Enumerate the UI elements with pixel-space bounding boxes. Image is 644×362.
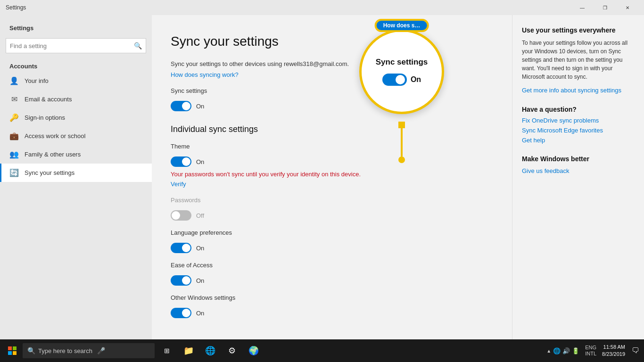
sidebar-label-email-accounts: Email & accounts xyxy=(25,96,72,103)
language-indicator: ENGINTL xyxy=(585,345,596,357)
password-warning: Your passwords won't sync until you veri… xyxy=(171,171,493,178)
app-title: Settings xyxy=(0,15,152,35)
battery-icon: 🔋 xyxy=(572,347,579,354)
right-section1-text: To have your settings follow you across … xyxy=(522,39,635,81)
settings-icon[interactable]: ⚙ xyxy=(222,339,242,362)
svg-rect-2 xyxy=(13,346,17,350)
other-label: Other Windows settings xyxy=(171,294,493,301)
sidebar-label-family-users: Family & other users xyxy=(25,151,81,158)
feedback-link[interactable]: Give us feedback xyxy=(522,167,569,174)
other-state: On xyxy=(196,310,204,317)
tooltip-toggle[interactable] xyxy=(382,74,407,86)
theme-toggle[interactable] xyxy=(171,156,191,167)
chrome-icon[interactable]: 🌐 xyxy=(200,339,221,362)
ease-toggle[interactable] xyxy=(171,275,191,286)
passwords-label: Passwords xyxy=(171,197,493,204)
sidebar-item-access-work[interactable]: 💼 Access work or school xyxy=(0,127,152,145)
taskbar-clock[interactable]: 11:58 AM 8/23/2019 xyxy=(598,344,629,358)
group-icon: 👥 xyxy=(9,150,19,159)
svg-rect-4 xyxy=(13,351,17,355)
other-row: On xyxy=(171,308,493,318)
sidebar-item-sign-in-options[interactable]: 🔑 Sign-in options xyxy=(0,108,152,127)
main-content: How does s… Sync settings On Sync your s… xyxy=(152,15,512,339)
taskbar-date-text: 8/23/2019 xyxy=(602,351,625,358)
right-section3-title: Make Windows better xyxy=(522,155,635,163)
sync-edge-link[interactable]: Sync Microsoft Edge favorites xyxy=(522,127,635,134)
tooltip-on-text: On xyxy=(411,75,421,84)
language-label: Language preferences xyxy=(171,229,493,236)
taskbar-pinned-icons: ⊞ 📁 🌐 ⚙ 🌍 xyxy=(157,339,264,362)
get-help-link[interactable]: Get help xyxy=(522,137,635,144)
tooltip-title: Sync settings xyxy=(376,58,428,67)
volume-icon[interactable]: 🔊 xyxy=(562,347,570,354)
ease-row: On xyxy=(171,275,493,286)
restore-button[interactable]: ❒ xyxy=(594,0,616,15)
sync-settings-toggle[interactable] xyxy=(171,101,191,111)
email-icon: ✉ xyxy=(9,95,19,104)
microphone-icon[interactable]: 🎤 xyxy=(97,347,105,354)
taskbar: 🔍 Type here to search 🎤 ⊞ 📁 🌐 ⚙ 🌍 ▲ 🌐 🔊 … xyxy=(0,339,644,362)
task-view-button[interactable]: ⊞ xyxy=(157,339,177,362)
titlebar: Settings — ❒ ✕ xyxy=(0,0,644,15)
systray: ▲ 🌐 🔊 🔋 xyxy=(543,347,583,354)
fix-onedrive-link[interactable]: Fix OneDrive sync problems xyxy=(522,117,635,124)
right-panel: Use your settings everywhere To have you… xyxy=(512,15,644,339)
sidebar-item-family-users[interactable]: 👥 Family & other users xyxy=(0,145,152,164)
sidebar-label-access-work: Access work or school xyxy=(25,132,85,140)
individual-sync-heading: Individual sync settings xyxy=(171,124,493,134)
right-section2-title: Have a question? xyxy=(522,106,635,113)
other-toggle[interactable] xyxy=(171,308,191,318)
edge-icon[interactable]: 🌍 xyxy=(243,339,264,362)
ease-state: On xyxy=(196,277,204,284)
taskbar-time-text: 11:58 AM xyxy=(603,344,625,351)
titlebar-title: Settings xyxy=(6,4,26,11)
sidebar-section-label: Accounts xyxy=(0,59,152,72)
taskbar-search-box[interactable]: 🔍 Type here to search 🎤 xyxy=(23,343,155,358)
close-button[interactable]: ✕ xyxy=(617,0,638,15)
search-box[interactable]: 🔍 xyxy=(6,38,146,53)
sync-settings-state: On xyxy=(196,103,204,110)
right-section1-title: Use your settings everywhere xyxy=(522,26,635,34)
app-container: Settings 🔍 Accounts 👤 Your info ✉ Email … xyxy=(0,15,644,339)
sidebar-label-sync-settings: Sync your settings xyxy=(25,169,74,176)
verify-link[interactable]: Verify xyxy=(171,181,186,188)
sidebar-item-your-info[interactable]: 👤 Your info xyxy=(0,72,152,90)
passwords-toggle[interactable] xyxy=(171,210,191,221)
minimize-button[interactable]: — xyxy=(571,0,593,15)
sidebar-item-sync-settings[interactable]: 🔄 Sync your settings xyxy=(0,164,152,182)
how-does-syncing-link[interactable]: How does syncing work? xyxy=(171,71,239,78)
language-row: On xyxy=(171,243,493,253)
start-button[interactable] xyxy=(2,339,23,362)
language-toggle[interactable] xyxy=(171,243,191,253)
titlebar-controls: — ❒ ✕ xyxy=(571,0,638,15)
sync-settings-label: Sync settings xyxy=(171,87,493,94)
passwords-state: Off xyxy=(196,212,204,219)
sidebar-item-email-accounts[interactable]: ✉ Email & accounts xyxy=(0,90,152,108)
sidebar-label-your-info: Your info xyxy=(25,77,49,84)
systray-chevron-icon[interactable]: ▲ xyxy=(546,348,551,354)
tooltip-overlay: How does s… Sync settings On xyxy=(359,29,444,114)
search-input[interactable] xyxy=(10,42,134,49)
page-title: Sync your settings xyxy=(171,34,493,49)
briefcase-icon: 💼 xyxy=(9,132,19,140)
file-explorer-icon[interactable]: 📁 xyxy=(178,339,199,362)
passwords-row: Off xyxy=(171,210,493,221)
theme-row: On xyxy=(171,156,493,167)
tooltip-top-label: How does s… xyxy=(383,22,421,29)
tooltip-bubble: Sync settings On xyxy=(359,29,444,114)
sidebar: Settings 🔍 Accounts 👤 Your info ✉ Email … xyxy=(0,15,152,339)
notification-icon[interactable]: 🗨 xyxy=(629,346,642,355)
theme-label: Theme xyxy=(171,143,493,150)
svg-rect-1 xyxy=(8,346,12,350)
taskbar-search-icon: 🔍 xyxy=(27,347,35,354)
svg-rect-3 xyxy=(8,351,12,355)
more-info-link[interactable]: Get more info about syncing settings xyxy=(522,87,621,94)
person-icon: 👤 xyxy=(9,76,19,85)
taskbar-search-text: Type here to search xyxy=(38,347,92,354)
ease-label: Ease of Access xyxy=(171,262,493,269)
sync-settings-row: On xyxy=(171,101,493,111)
tooltip-toggle-row: On xyxy=(382,74,421,86)
search-icon: 🔍 xyxy=(134,42,142,49)
network-icon: 🌐 xyxy=(553,347,561,354)
key-icon: 🔑 xyxy=(9,113,19,122)
